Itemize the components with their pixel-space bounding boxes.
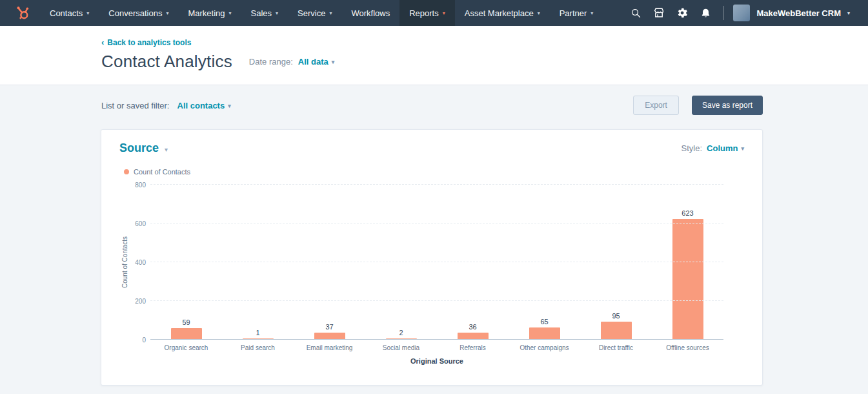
chart-legend: Count of Contacts <box>124 168 744 176</box>
chevron-down-icon: ▾ <box>229 10 232 16</box>
legend-dot-icon <box>124 169 129 174</box>
report-title: Source <box>119 141 159 155</box>
bar-slot: 65 <box>509 185 580 340</box>
y-tick-label: 600 <box>135 220 146 227</box>
account-menu[interactable]: MakeWebBetter CRM ▾ <box>733 5 850 21</box>
bar-slot: 36 <box>437 185 509 340</box>
export-button[interactable]: Export <box>633 96 679 115</box>
y-tick-label: 400 <box>135 259 146 266</box>
bars-container: 591372366595623 <box>150 185 723 340</box>
bar[interactable] <box>171 328 202 340</box>
marketplace-button[interactable] <box>647 0 671 26</box>
bar[interactable] <box>601 322 632 340</box>
save-as-report-button[interactable]: Save as report <box>692 96 763 115</box>
page-title: Contact Analytics <box>101 52 232 72</box>
x-category-label: Organic search <box>150 344 222 351</box>
chevron-down-icon: ▾ <box>443 10 445 16</box>
chevron-down-icon: ▾ <box>538 10 540 16</box>
nav-item-workflows[interactable]: Workflows <box>341 0 399 26</box>
x-category-label: Offline sources <box>652 344 723 351</box>
bar-slot: 37 <box>294 185 365 340</box>
x-axis-labels: Organic searchPaid searchEmail marketing… <box>150 344 723 351</box>
settings-button[interactable] <box>671 0 694 26</box>
y-tick-label: 0 <box>142 337 146 344</box>
bar-value-label: 59 <box>182 318 190 326</box>
bar-slot: 623 <box>652 185 723 340</box>
x-category-label: Email marketing <box>294 344 365 351</box>
date-range-dropdown[interactable]: All data ▾ <box>298 57 335 67</box>
nav-right: MakeWebBetter CRM ▾ <box>624 0 868 26</box>
search-button[interactable] <box>624 0 647 26</box>
legend-item: Count of Contacts <box>124 168 190 176</box>
back-to-analytics-link[interactable]: ‹ Back to analytics tools <box>101 38 191 47</box>
nav-item-label: Contacts <box>50 8 83 18</box>
nav-item-label: Marketing <box>188 8 225 18</box>
bar-value-label: 36 <box>469 323 476 331</box>
legend-label: Count of Contacts <box>134 168 190 176</box>
y-axis-labels: 0200400600800 <box>130 185 150 340</box>
gridline <box>150 262 723 262</box>
gridline <box>150 300 723 301</box>
bar-chart: Count of Contacts 0200400600800 59137236… <box>119 185 744 365</box>
chevron-down-icon: ▾ <box>847 10 850 16</box>
page-header: ‹ Back to analytics tools Contact Analyt… <box>0 26 868 85</box>
nav-item-label: Asset Marketplace <box>465 8 534 18</box>
nav-item-asset-marketplace[interactable]: Asset Marketplace▾ <box>455 0 550 26</box>
bar-value-label: 623 <box>681 209 693 217</box>
bar-value-label: 37 <box>325 323 333 331</box>
nav-item-label: Sales <box>251 8 272 18</box>
source-dropdown[interactable]: Source ▾ <box>119 141 168 155</box>
x-category-label: Paid search <box>222 344 294 351</box>
y-tick-label: 800 <box>135 181 146 189</box>
search-icon <box>631 8 641 19</box>
bar-slot: 2 <box>365 185 437 340</box>
chevron-down-icon: ▾ <box>86 10 89 16</box>
chevron-down-icon: ▾ <box>228 103 231 109</box>
hubspot-logo[interactable] <box>10 0 40 26</box>
x-category-label: Direct traffic <box>580 344 652 351</box>
plot-area: 591372366595623 <box>150 185 723 340</box>
settings-icon <box>676 7 688 19</box>
notifications-button[interactable] <box>694 0 717 26</box>
account-name: MakeWebBetter CRM <box>756 8 841 18</box>
nav-item-label: Conversations <box>108 8 162 18</box>
nav-item-partner[interactable]: Partner▾ <box>550 0 603 26</box>
bar-value-label: 65 <box>540 318 548 326</box>
x-axis-title: Original Source <box>150 357 723 365</box>
bar-slot: 1 <box>222 185 294 340</box>
bar-slot: 59 <box>150 185 222 340</box>
chevron-left-icon: ‹ <box>101 38 104 47</box>
report-card: Source ▾ Style: Column ▾ Count of Contac… <box>101 129 763 386</box>
style-dropdown[interactable]: Column ▾ <box>707 143 744 153</box>
bar-slot: 95 <box>580 185 652 340</box>
x-category-label: Referrals <box>437 344 509 351</box>
notifications-icon <box>700 8 711 19</box>
nav-item-label: Reports <box>409 8 439 18</box>
style-label: Style: <box>681 143 703 153</box>
nav-item-sales[interactable]: Sales▾ <box>241 0 288 26</box>
chevron-down-icon: ▾ <box>165 146 168 153</box>
nav-item-conversations[interactable]: Conversations▾ <box>99 0 178 26</box>
nav-item-label: Workflows <box>351 8 390 18</box>
nav-item-reports[interactable]: Reports▾ <box>399 0 455 26</box>
nav-menu: Contacts▾Conversations▾Marketing▾Sales▾S… <box>40 0 603 26</box>
nav-item-service[interactable]: Service▾ <box>288 0 341 26</box>
contacts-filter-dropdown[interactable]: All contacts ▾ <box>177 101 231 110</box>
bar[interactable] <box>529 327 560 340</box>
toolbar: List or saved filter: All contacts ▾ Exp… <box>101 96 763 115</box>
filter-label: List or saved filter: <box>101 101 170 110</box>
back-link-label: Back to analytics tools <box>107 38 191 47</box>
nav-item-contacts[interactable]: Contacts▾ <box>40 0 99 26</box>
nav-divider <box>723 6 724 20</box>
filter-value: All contacts <box>177 101 225 110</box>
nav-item-marketing[interactable]: Marketing▾ <box>178 0 241 26</box>
y-tick-label: 200 <box>135 298 146 305</box>
nav-item-label: Service <box>298 8 325 18</box>
chevron-down-icon: ▾ <box>741 145 744 152</box>
bar[interactable] <box>672 219 703 340</box>
chevron-down-icon: ▾ <box>332 59 335 65</box>
chevron-down-icon: ▾ <box>166 10 168 16</box>
date-range-label: Date range: <box>249 57 293 67</box>
top-nav: Contacts▾Conversations▾Marketing▾Sales▾S… <box>0 0 868 26</box>
gridline <box>150 184 723 185</box>
